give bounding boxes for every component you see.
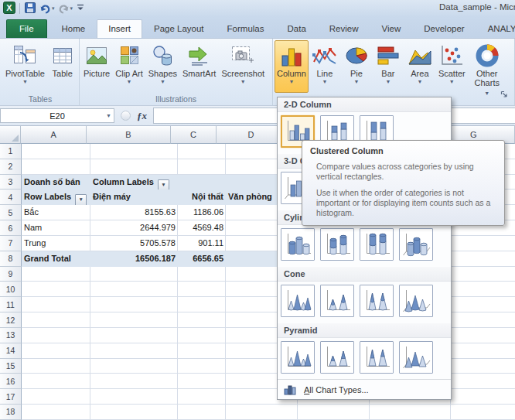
cell-C7[interactable]: 901.11	[178, 236, 226, 251]
clip-art-button[interactable]: Clip Art▼	[113, 40, 145, 93]
tab-review[interactable]: Review	[318, 19, 370, 38]
chart-type-3d-pyramid[interactable]	[399, 341, 433, 374]
cell-B6[interactable]: 2644.979	[90, 220, 178, 236]
table-button[interactable]: Table	[48, 40, 77, 93]
name-box[interactable]: E20 ▼	[0, 108, 114, 123]
tab-data[interactable]: Data	[276, 19, 318, 38]
dropdown-caret-icon[interactable]: ▾	[70, 5, 73, 12]
button-label: Picture	[84, 69, 110, 78]
chart-type-3d-cone[interactable]	[399, 285, 433, 317]
cell-A4[interactable]: Row Labels▼	[22, 190, 90, 205]
line-icon	[312, 43, 338, 69]
cell-A6[interactable]: Nam	[22, 220, 90, 236]
pivottable-button[interactable]: PivotTable▼	[3, 40, 47, 93]
dropdown-caret-icon[interactable]: ▾	[52, 5, 55, 12]
row-header-7[interactable]: 7	[0, 236, 22, 251]
cell-B3[interactable]: Column Labels▼	[90, 175, 178, 190]
qat-customize-button[interactable]	[75, 2, 86, 15]
area-button[interactable]: Area▼	[404, 40, 435, 93]
tab-developer[interactable]: Developer	[412, 19, 476, 38]
row-header-15[interactable]: 15	[0, 359, 22, 374]
cell-A3[interactable]: Doanh số bán	[22, 175, 90, 190]
insert-function-icon[interactable]: ƒx	[137, 110, 147, 122]
column-button[interactable]: Column▼	[275, 40, 309, 93]
tab-file[interactable]: File	[6, 19, 47, 38]
row-header-9[interactable]: 9	[0, 267, 22, 282]
button-label: Scatter	[438, 69, 466, 78]
row-header-6[interactable]: 6	[0, 220, 22, 236]
chart-type-clustered-cylinder[interactable]	[281, 228, 315, 261]
chart-type-clustered-cone[interactable]	[281, 285, 315, 317]
tab-home[interactable]: Home	[50, 19, 97, 38]
row-header-2[interactable]: 2	[0, 159, 22, 175]
redo-button[interactable]: ▾	[57, 2, 74, 15]
tab-formulas[interactable]: Formulas	[216, 19, 276, 38]
tab-page-layout[interactable]: Page Layout	[142, 19, 216, 38]
chart-type-stacked-cylinder[interactable]	[320, 228, 354, 261]
chart-type-100-stacked-cylinder[interactable]	[360, 228, 394, 261]
row-header-5[interactable]: 5	[0, 205, 22, 220]
chart-type-stacked-cone[interactable]	[320, 285, 354, 317]
cell-A8[interactable]: Grand Total	[22, 251, 90, 267]
ribbon-buttons: PictureClip Art▼Shapes▼SmartArtScreensho…	[80, 39, 272, 93]
column-header-B[interactable]: B	[87, 126, 170, 144]
quick-access-toolbar: X▾▾	[0, 2, 86, 15]
row-header-3[interactable]: 3	[0, 175, 22, 190]
smartart-button[interactable]: SmartArt	[180, 40, 218, 93]
all-chart-types-item[interactable]: All Chart Types...	[278, 379, 451, 400]
row-header-16[interactable]: 16	[0, 374, 22, 389]
tab-view[interactable]: View	[370, 19, 413, 38]
chart-type-100-stacked-pyramid[interactable]	[360, 341, 394, 374]
excel-window: X▾▾ Data_sample - Micr FileHomeInsertPag…	[0, 0, 515, 420]
cell-A7[interactable]: Trung	[22, 236, 90, 251]
row-header-11[interactable]: 11	[0, 297, 22, 312]
cell-B8[interactable]: 16506.187	[90, 251, 178, 267]
cell-C6[interactable]: 4569.48	[178, 220, 226, 236]
screenshot-button[interactable]: Screenshot▼	[219, 40, 267, 93]
cell-B4[interactable]: Điện máy	[90, 190, 178, 205]
tab-insert[interactable]: Insert	[97, 19, 142, 38]
row-header-1[interactable]: 1	[0, 144, 22, 159]
column-header-A[interactable]: A	[21, 126, 87, 144]
row-header-13[interactable]: 13	[0, 328, 22, 343]
bar-button[interactable]: Bar▼	[373, 40, 404, 93]
select-all-corner[interactable]	[0, 126, 21, 144]
cell-B5[interactable]: 8155.63	[90, 205, 178, 220]
line-button[interactable]: Line▼	[309, 40, 340, 93]
row-header-17[interactable]: 17	[0, 389, 22, 405]
picture-button[interactable]: Picture	[81, 40, 112, 93]
ribbon-group-illustrations: PictureClip Art▼Shapes▼SmartArtScreensho…	[80, 39, 273, 105]
button-label: Pie	[350, 69, 363, 78]
row-header-8[interactable]: 8	[0, 251, 22, 267]
row-header-10[interactable]: 10	[0, 282, 22, 297]
column-header-C[interactable]: C	[171, 126, 217, 144]
pie-button[interactable]: Pie▼	[341, 40, 372, 93]
chart-type-3d-cylinder[interactable]	[399, 228, 433, 261]
menu-tiles-row	[278, 282, 451, 319]
undo-button[interactable]: ▾	[39, 2, 56, 15]
name-box-dropdown-icon[interactable]: ▼	[106, 113, 111, 118]
cell-A5[interactable]: Bắc	[22, 205, 90, 220]
save-button[interactable]	[23, 2, 37, 15]
filter-dropdown-icon[interactable]: ▼	[75, 194, 87, 205]
scatter-button[interactable]: Scatter▼	[436, 40, 468, 93]
cell-C4[interactable]: Nội thất	[178, 190, 226, 205]
cell-C5[interactable]: 1186.06	[178, 205, 226, 220]
column-header-D[interactable]: D	[217, 126, 285, 144]
row-headers: 123456789101112131415161718	[0, 144, 22, 420]
row-header-4[interactable]: 4	[0, 190, 22, 205]
row-header-12[interactable]: 12	[0, 312, 22, 328]
filter-dropdown-icon[interactable]: ▼	[158, 179, 169, 190]
excel-logo-button[interactable]: X	[2, 2, 16, 15]
tab-analysistab[interactable]: ANALYSISTAB	[476, 19, 515, 38]
chart-type-clustered-pyramid[interactable]	[281, 341, 315, 374]
shapes-button[interactable]: Shapes▼	[146, 40, 179, 93]
button-label: Line	[317, 69, 333, 78]
chart-type-stacked-pyramid[interactable]	[320, 341, 354, 374]
row-header-18[interactable]: 18	[0, 405, 22, 420]
chart-type-100-stacked-cone[interactable]	[360, 285, 394, 317]
other-charts-button[interactable]: Other Charts ▼	[469, 40, 506, 97]
cell-B7[interactable]: 5705.578	[90, 236, 178, 251]
cell-C8[interactable]: 6656.65	[178, 251, 226, 267]
row-header-14[interactable]: 14	[0, 343, 22, 359]
